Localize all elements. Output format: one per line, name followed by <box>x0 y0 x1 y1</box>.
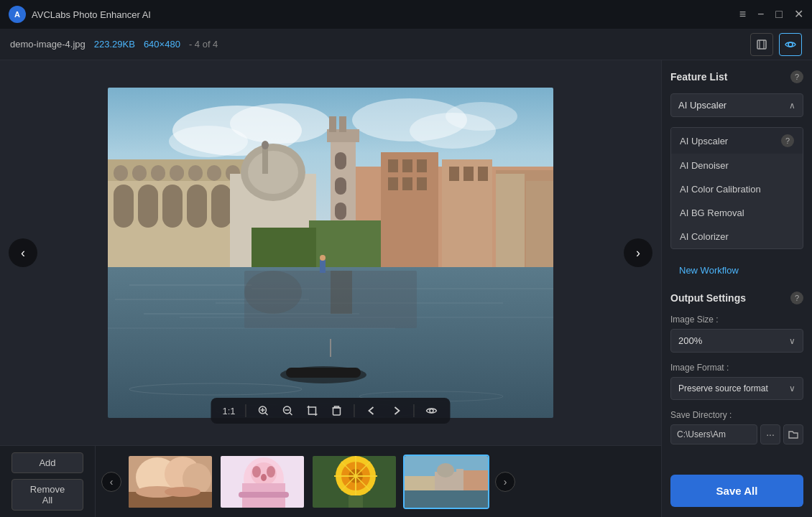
svg-rect-42 <box>388 159 398 172</box>
svg-rect-46 <box>402 177 412 190</box>
thumbnail-strip: ‹ <box>96 455 661 509</box>
remove-all-button[interactable]: Remove All <box>11 479 83 511</box>
output-settings-help-icon[interactable]: ? <box>790 292 803 304</box>
image-viewer: ‹ › 1:1 <box>0 60 661 445</box>
svg-rect-14 <box>138 185 158 228</box>
more-options-button[interactable]: ··· <box>760 424 780 444</box>
eye-view-button[interactable] <box>779 33 802 56</box>
title-bar-left: A AVCLabs Photo Enhancer AI <box>9 6 151 23</box>
save-directory-row: ··· <box>670 424 803 444</box>
close-button[interactable]: ✕ <box>794 9 803 20</box>
title-bar: A AVCLabs Photo Enhancer AI ≡ − □ ✕ <box>0 0 812 29</box>
zoom-out-button[interactable] <box>281 404 295 418</box>
svg-rect-114 <box>405 490 489 509</box>
feature-option-ai-bg-removal[interactable]: AI BG Removal <box>671 201 803 225</box>
zoom-in-button[interactable] <box>257 404 271 418</box>
next-image-button[interactable]: › <box>624 238 652 267</box>
save-directory-label: Save Directory : <box>670 410 803 420</box>
feature-list-title: Feature List <box>670 71 727 83</box>
svg-rect-22 <box>170 165 184 181</box>
svg-rect-17 <box>211 185 231 228</box>
ratio-label[interactable]: 1:1 <box>222 406 235 416</box>
image-format-label: Image Format : <box>670 363 803 373</box>
feature-list-help-icon[interactable]: ? <box>790 70 803 83</box>
prev-button[interactable] <box>365 404 379 418</box>
svg-rect-37 <box>335 202 346 220</box>
thumb-next-button[interactable]: › <box>495 472 515 492</box>
svg-rect-34 <box>339 116 346 132</box>
feature-option-help-icon[interactable]: ? <box>781 134 794 147</box>
save-directory-field: Save Directory : ··· <box>670 410 803 444</box>
crop-view-button[interactable] <box>750 33 773 56</box>
svg-point-28 <box>248 151 298 194</box>
bottom-panel: Add Remove All ‹ <box>0 445 661 517</box>
app-logo: A <box>9 6 26 23</box>
file-count: - 4 of 4 <box>189 39 218 50</box>
svg-point-3 <box>788 42 793 47</box>
svg-rect-0 <box>757 40 766 49</box>
svg-rect-33 <box>329 116 336 132</box>
svg-rect-43 <box>402 159 412 172</box>
thumbnail-3[interactable] <box>311 455 397 509</box>
save-all-button[interactable]: Save All <box>670 475 803 507</box>
svg-rect-81 <box>333 408 341 415</box>
crop-button[interactable] <box>305 404 320 418</box>
svg-rect-36 <box>335 177 346 195</box>
svg-point-70 <box>320 255 326 261</box>
eye-button[interactable] <box>425 404 439 418</box>
new-workflow-link[interactable]: New Workflow <box>670 259 803 281</box>
left-panel: ‹ › 1:1 <box>0 60 661 517</box>
svg-rect-45 <box>388 177 398 190</box>
browse-folder-button[interactable] <box>783 424 803 444</box>
svg-rect-15 <box>162 185 183 228</box>
toolbar-divider-1 <box>246 404 246 417</box>
feature-option-ai-color-calibration[interactable]: AI Color Calibration <box>671 177 803 201</box>
image-size-value: 200% <box>678 335 702 346</box>
feature-option-ai-upscaler[interactable]: AI Upscaler ? <box>671 128 803 154</box>
svg-rect-52 <box>526 181 553 267</box>
svg-rect-47 <box>417 177 427 190</box>
image-size-dropdown[interactable]: 200% ∨ <box>670 329 803 353</box>
thumb-prev-button[interactable]: ‹ <box>101 472 121 492</box>
svg-rect-69 <box>320 260 326 273</box>
file-dimensions[interactable]: 640×480 <box>144 39 180 50</box>
feature-option-ai-denoiser[interactable]: AI Denoiser <box>671 154 803 177</box>
next-button[interactable] <box>389 404 404 418</box>
menu-button[interactable]: ≡ <box>739 9 746 20</box>
image-size-label: Image Size : <box>670 315 803 325</box>
svg-rect-65 <box>331 271 352 314</box>
add-button[interactable]: Add <box>11 452 83 473</box>
file-name: demo-image-4.jpg <box>10 39 86 50</box>
feature-dropdown-menu: AI Upscaler ? AI Denoiser AI Color Calib… <box>670 127 803 249</box>
save-directory-input[interactable] <box>670 424 757 444</box>
svg-rect-49 <box>463 167 474 181</box>
image-format-dropdown[interactable]: Preserve source format ∨ <box>670 377 803 400</box>
svg-point-82 <box>430 409 433 413</box>
image-format-field: Image Format : Preserve source format ∨ <box>670 363 803 400</box>
maximize-button[interactable]: □ <box>775 9 783 20</box>
thumbnail-1[interactable] <box>127 455 213 509</box>
thumbnail-4[interactable] <box>403 455 489 509</box>
svg-point-94 <box>252 466 261 478</box>
prev-image-button[interactable]: ‹ <box>9 238 37 267</box>
feature-dropdown[interactable]: AI Upscaler ∧ <box>670 93 803 117</box>
file-size[interactable]: 223.29KB <box>94 39 135 50</box>
image-toolbar: 1:1 <box>211 398 450 424</box>
svg-rect-50 <box>478 167 488 181</box>
toolbar-divider-2 <box>354 404 355 417</box>
minimize-button[interactable]: − <box>757 9 764 20</box>
image-size-field: Image Size : 200% ∨ <box>670 315 803 353</box>
feature-dropdown-value: AI Upscaler <box>678 100 726 111</box>
toolbar-divider-3 <box>414 404 415 417</box>
add-remove-bar: Add Remove All <box>0 446 96 517</box>
thumbnail-2[interactable] <box>219 455 305 509</box>
svg-line-75 <box>265 413 268 416</box>
delete-button[interactable] <box>330 404 344 418</box>
svg-rect-19 <box>114 165 128 181</box>
svg-point-7 <box>169 126 248 157</box>
top-bar: demo-image-4.jpg 223.29KB 640×480 - 4 of… <box>0 29 812 60</box>
svg-point-111 <box>437 463 454 478</box>
feature-option-ai-colorizer[interactable]: AI Colorizer <box>671 225 803 248</box>
image-format-value: Preserve source format <box>678 383 768 393</box>
top-bar-actions <box>750 33 802 56</box>
